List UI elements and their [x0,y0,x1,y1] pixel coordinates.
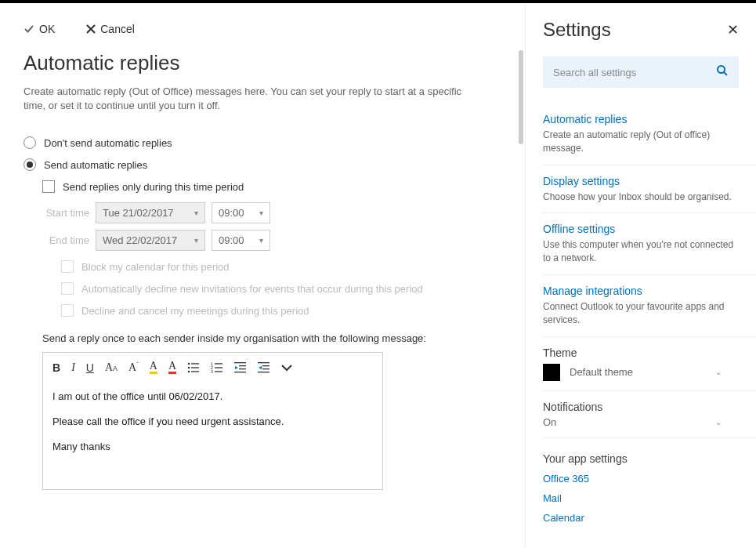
chevron-down-icon: ▾ [194,209,198,217]
settings-panel: Settings ✕ Automatic replies Create an a… [525,3,756,548]
svg-point-0 [188,362,190,365]
ok-label: OK [39,23,55,35]
check-decline-new: Automatically decline new invitations fo… [61,282,501,295]
setting-link-offline[interactable]: Offline settings [543,223,739,235]
svg-point-2 [188,366,190,368]
radio-icon [24,136,36,149]
font-family-button[interactable]: Aˆ [128,361,139,374]
search-input[interactable] [553,67,716,78]
chevron-down-icon: ⌄ [715,418,722,426]
app-link-mail[interactable]: Mail [543,492,756,504]
theme-swatch [543,364,560,381]
svg-rect-9 [215,367,222,368]
number-list-button[interactable]: 123 [211,362,223,373]
app-link-calendar[interactable]: Calendar [543,512,756,524]
start-time-value: 09:00 [219,207,244,219]
check-block-calendar: Block my calendar for this period [61,260,501,273]
font-size-button[interactable]: AA [105,361,118,374]
svg-rect-5 [191,371,199,372]
checkbox-icon [61,282,74,295]
end-time-value: 09:00 [219,234,244,246]
end-time-label: End time [42,234,89,246]
indent-button[interactable] [258,362,270,373]
setting-desc: Connect Outlook to your favourite apps a… [543,300,739,327]
end-date-value: Wed 22/02/2017 [103,234,177,246]
chevron-down-icon: ▾ [194,236,198,245]
setting-link-display[interactable]: Display settings [543,175,739,187]
chevron-down-icon: ⌄ [715,368,722,376]
editor-toolbar: B I U AA Aˆ A A 123 [43,353,382,382]
check-label: Automatically decline new invitations fo… [81,283,423,295]
svg-point-4 [188,370,190,372]
svg-rect-12 [234,362,246,363]
outdent-button[interactable] [234,362,247,373]
end-time-dropdown[interactable]: 09:00 ▾ [212,230,270,251]
svg-point-20 [718,66,725,73]
checkbox-icon [42,180,55,193]
editor-label: Send a reply once to each sender inside … [42,332,501,344]
close-settings-button[interactable]: ✕ [727,21,739,38]
radio-icon [24,158,36,171]
svg-rect-7 [215,363,222,364]
scrollbar[interactable] [517,19,525,521]
setting-desc: Choose how your Inbox should be organise… [543,191,739,204]
close-icon [86,24,96,34]
app-settings-heading: Your app settings [543,452,756,465]
font-color-button[interactable]: A [168,361,176,374]
radio-label: Don't send automatic replies [44,137,172,149]
check-time-period[interactable]: Send replies only during this time perio… [42,180,501,193]
svg-line-21 [724,72,727,75]
svg-rect-16 [258,362,269,363]
italic-button[interactable]: I [71,361,75,374]
svg-rect-18 [262,368,269,369]
checkbox-icon [61,304,74,317]
page-description: Create automatic reply (Out of Office) m… [24,85,486,113]
svg-rect-3 [191,367,199,368]
cancel-label: Cancel [100,23,135,35]
start-time-dropdown[interactable]: 09:00 ▾ [212,202,270,223]
svg-rect-14 [239,368,246,369]
start-date-value: Tue 21/02/2017 [103,207,174,219]
bullet-list-button[interactable] [187,362,200,373]
checkmark-icon [24,24,34,34]
check-decline-cancel: Decline and cancel my meetings during th… [61,304,501,317]
notifications-heading: Notifications [543,401,739,413]
ok-button[interactable]: OK [24,23,55,35]
start-date-dropdown[interactable]: Tue 21/02/2017 ▾ [96,202,205,223]
theme-selector[interactable]: Default theme ⌄ [543,364,739,381]
cancel-button[interactable]: Cancel [86,23,135,35]
notifications-selector[interactable]: On ⌄ [543,416,739,428]
theme-name: Default theme [570,366,633,378]
end-date-dropdown[interactable]: Wed 22/02/2017 ▾ [96,230,205,251]
more-tools-button[interactable] [281,364,292,372]
settings-search[interactable] [543,56,739,88]
radio-dont-send[interactable]: Don't send automatic replies [24,136,501,149]
setting-link-integrations[interactable]: Manage integrations [543,285,739,297]
app-link-office365[interactable]: Office 365 [543,473,756,484]
editor-line: Please call the office if you need urgen… [52,415,373,429]
editor-line: Many thanks [52,440,373,454]
settings-title: Settings [543,19,611,41]
svg-rect-15 [234,372,246,372]
scrollbar-thumb[interactable] [519,50,523,144]
highlight-button[interactable]: A [150,361,157,374]
radio-label: Send automatic replies [44,159,147,171]
svg-rect-1 [191,363,199,364]
rich-text-editor[interactable]: B I U AA Aˆ A A 123 I am out of th [42,352,383,489]
checkbox-icon [61,260,74,273]
editor-body[interactable]: I am out of the office until 06/02/2017.… [43,382,382,489]
chevron-down-icon: ▾ [259,236,263,245]
page-title: Automatic replies [24,51,501,75]
check-label: Block my calendar for this period [81,261,230,273]
radio-send[interactable]: Send automatic replies [24,158,501,171]
underline-button[interactable]: U [86,361,94,374]
svg-rect-11 [215,371,222,372]
setting-link-auto-replies[interactable]: Automatic replies [543,113,739,125]
check-label: Decline and cancel my meetings during th… [81,305,309,317]
chevron-down-icon: ▾ [259,209,263,217]
search-icon[interactable] [716,64,729,80]
editor-line: I am out of the office until 06/02/2017. [52,390,373,404]
bold-button[interactable]: B [52,361,60,374]
setting-desc: Use this computer when you're not connec… [543,238,739,265]
check-label: Send replies only during this time perio… [63,181,244,193]
